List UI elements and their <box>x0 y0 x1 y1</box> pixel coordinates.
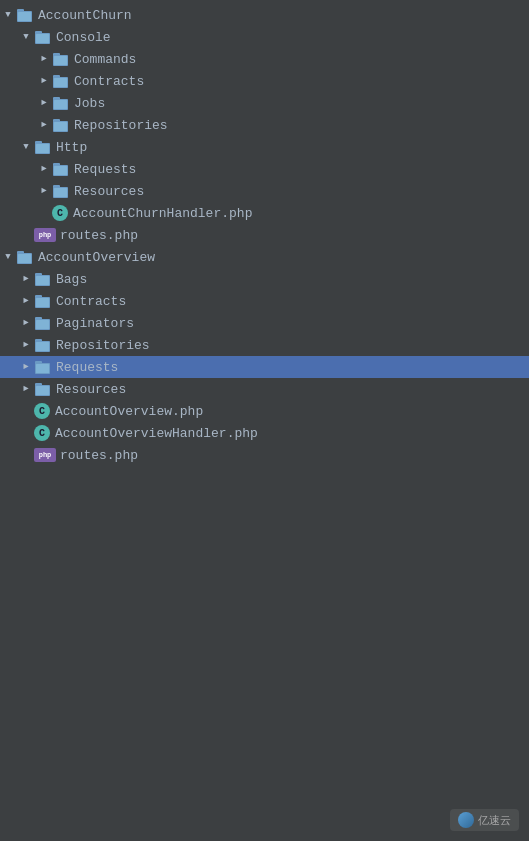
svg-rect-43 <box>35 361 42 364</box>
label-routes-ac: routes.php <box>60 228 138 243</box>
svg-rect-31 <box>35 273 42 276</box>
tree-item-accountoverviewhandler-php[interactable]: CAccountOverviewHandler.php <box>0 422 529 444</box>
folder-icon-accountoverview <box>16 249 34 265</box>
tree-item-accountchurn[interactable]: AccountChurn <box>0 4 529 26</box>
arrow-http[interactable] <box>18 139 34 155</box>
folder-icon-contracts-ac <box>52 73 70 89</box>
label-accountoverview: AccountOverview <box>38 250 155 265</box>
folder-icon-repositories-ao <box>34 337 52 353</box>
svg-rect-38 <box>36 320 49 329</box>
arrow-requests-http[interactable] <box>36 161 52 177</box>
arrow-accountoverviewhandler-php[interactable] <box>18 425 34 441</box>
svg-rect-34 <box>35 295 42 298</box>
label-jobs: Jobs <box>74 96 105 111</box>
arrow-console[interactable] <box>18 29 34 45</box>
tree-item-requests-http[interactable]: Requests <box>0 158 529 180</box>
class-icon-accountchurnhandler: C <box>52 205 68 221</box>
tree-item-requests-ao[interactable]: Requests <box>0 356 529 378</box>
arrow-jobs[interactable] <box>36 95 52 111</box>
class-icon-accountoverviewhandler-php: C <box>34 425 50 441</box>
arrow-resources-http[interactable] <box>36 183 52 199</box>
svg-rect-32 <box>36 276 49 285</box>
svg-rect-44 <box>36 364 49 373</box>
folder-icon-repositories-ac <box>52 117 70 133</box>
label-resources-ao: Resources <box>56 382 126 397</box>
arrow-repositories-ac[interactable] <box>36 117 52 133</box>
tree-item-contracts-ac[interactable]: Contracts <box>0 70 529 92</box>
tree-item-routes-ac[interactable]: phproutes.php <box>0 224 529 246</box>
label-requests-http: Requests <box>74 162 136 177</box>
arrow-commands[interactable] <box>36 51 52 67</box>
svg-rect-26 <box>54 188 67 197</box>
tree-item-resources-http[interactable]: Resources <box>0 180 529 202</box>
svg-rect-47 <box>36 386 49 395</box>
tree-item-commands[interactable]: Commands <box>0 48 529 70</box>
tree-item-accountchurnhandler[interactable]: CAccountChurnHandler.php <box>0 202 529 224</box>
svg-rect-20 <box>36 144 49 153</box>
tree-item-accountoverview-php[interactable]: CAccountOverview.php <box>0 400 529 422</box>
arrow-contracts-ac[interactable] <box>36 73 52 89</box>
arrow-requests-ao[interactable] <box>18 359 34 375</box>
svg-rect-19 <box>35 141 42 144</box>
arrow-accountoverview-php[interactable] <box>18 403 34 419</box>
label-routes-ao: routes.php <box>60 448 138 463</box>
tree-item-bags[interactable]: Bags <box>0 268 529 290</box>
folder-icon-resources-http <box>52 183 70 199</box>
arrow-bags[interactable] <box>18 271 34 287</box>
folder-icon-paginators <box>34 315 52 331</box>
label-accountoverviewhandler-php: AccountOverviewHandler.php <box>55 426 258 441</box>
svg-rect-8 <box>54 56 67 65</box>
tree-item-accountoverview[interactable]: AccountOverview <box>0 246 529 268</box>
svg-rect-37 <box>35 317 42 320</box>
folder-icon-http <box>34 139 52 155</box>
watermark-logo <box>458 812 474 828</box>
tree-item-http[interactable]: Http <box>0 136 529 158</box>
label-console: Console <box>56 30 111 45</box>
label-requests-ao: Requests <box>56 360 118 375</box>
svg-rect-4 <box>35 31 42 34</box>
svg-rect-25 <box>53 185 60 188</box>
label-contracts-ao: Contracts <box>56 294 126 309</box>
svg-rect-40 <box>35 339 42 342</box>
tree-item-console[interactable]: Console <box>0 26 529 48</box>
arrow-accountchurn[interactable] <box>0 7 16 23</box>
tree-item-contracts-ao[interactable]: Contracts <box>0 290 529 312</box>
svg-rect-46 <box>35 383 42 386</box>
arrow-paginators[interactable] <box>18 315 34 331</box>
tree-item-routes-ao[interactable]: phproutes.php <box>0 444 529 466</box>
svg-rect-23 <box>54 166 67 175</box>
svg-rect-28 <box>17 251 24 254</box>
label-contracts-ac: Contracts <box>74 74 144 89</box>
arrow-accountoverview[interactable] <box>0 249 16 265</box>
watermark-text: 亿速云 <box>478 813 511 828</box>
folder-icon-commands <box>52 51 70 67</box>
tree-item-jobs[interactable]: Jobs <box>0 92 529 114</box>
folder-icon-requests-http <box>52 161 70 177</box>
label-repositories-ac: Repositories <box>74 118 168 133</box>
svg-rect-11 <box>54 78 67 87</box>
label-resources-http: Resources <box>74 184 144 199</box>
svg-rect-13 <box>53 97 60 100</box>
svg-rect-16 <box>53 119 60 122</box>
arrow-accountchurnhandler[interactable] <box>36 205 52 221</box>
watermark: 亿速云 <box>450 809 519 831</box>
tree-item-paginators[interactable]: Paginators <box>0 312 529 334</box>
folder-icon-bags <box>34 271 52 287</box>
svg-rect-22 <box>53 163 60 166</box>
arrow-routes-ac[interactable] <box>18 227 34 243</box>
label-paginators: Paginators <box>56 316 134 331</box>
svg-rect-2 <box>18 12 31 21</box>
tree-item-repositories-ac[interactable]: Repositories <box>0 114 529 136</box>
arrow-contracts-ao[interactable] <box>18 293 34 309</box>
folder-icon-console <box>34 29 52 45</box>
folder-icon-accountchurn <box>16 7 34 23</box>
svg-rect-5 <box>36 34 49 43</box>
tree-item-resources-ao[interactable]: Resources <box>0 378 529 400</box>
arrow-repositories-ao[interactable] <box>18 337 34 353</box>
svg-rect-29 <box>18 254 31 263</box>
folder-icon-contracts-ao <box>34 293 52 309</box>
tree-item-repositories-ao[interactable]: Repositories <box>0 334 529 356</box>
label-bags: Bags <box>56 272 87 287</box>
arrow-resources-ao[interactable] <box>18 381 34 397</box>
arrow-routes-ao[interactable] <box>18 447 34 463</box>
